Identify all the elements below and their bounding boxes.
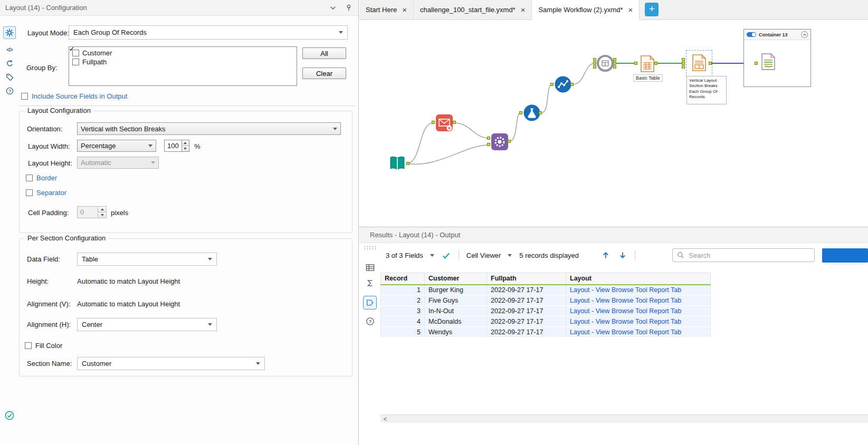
close-tab-icon[interactable]: × — [402, 6, 407, 14]
connection-anchor[interactable] — [682, 58, 685, 61]
connection-wire[interactable] — [407, 145, 489, 164]
tag-icon[interactable] — [3, 71, 16, 83]
drag-handle[interactable] — [364, 246, 376, 249]
refresh-icon[interactable] — [3, 57, 16, 70]
layout-width-spinner[interactable]: 100 — [164, 140, 189, 152]
horizontal-scrollbar[interactable]: < — [380, 414, 868, 423]
table-row[interactable]: 4 McDonalds 2022-09-27 17-17 Layout - Vi… — [381, 316, 711, 327]
new-tab-button[interactable]: + — [645, 3, 659, 16]
group-by-item[interactable]: Fullpath — [72, 57, 293, 66]
connection-anchor[interactable] — [654, 62, 657, 65]
connection-anchor[interactable] — [593, 62, 596, 65]
annotation-code-icon[interactable]: </> — [3, 43, 16, 56]
connection-anchor[interactable] — [487, 143, 490, 146]
column-header[interactable]: Record — [381, 273, 425, 285]
tool-container[interactable]: Container 13 — [743, 29, 811, 87]
fill-color-checkbox[interactable] — [25, 342, 32, 349]
connection-anchor[interactable] — [406, 162, 409, 165]
connection-anchor[interactable] — [613, 58, 616, 61]
pin-icon[interactable] — [345, 4, 353, 12]
layout-report-link[interactable]: Layout - View Browse Tool Report Tab — [566, 306, 711, 316]
connection-wire[interactable] — [407, 123, 433, 163]
connection-anchor[interactable] — [593, 65, 596, 69]
search-box[interactable] — [672, 248, 815, 262]
layout-width-select[interactable]: Percentage — [77, 140, 156, 152]
layout-report-link[interactable]: Layout - View Browse Tool Report Tab — [566, 316, 711, 327]
connection-anchor[interactable] — [593, 58, 596, 61]
connection-anchor[interactable] — [539, 111, 542, 114]
connection-anchor[interactable] — [519, 111, 522, 114]
workflow-canvas[interactable]: Basic Table Vertical Layout Section Brea… — [359, 20, 868, 227]
layout-tool[interactable] — [690, 54, 708, 72]
connection-anchor[interactable] — [613, 62, 616, 65]
column-header[interactable]: Fullpath — [487, 273, 566, 285]
search-input[interactable] — [688, 251, 810, 260]
basic-table-tool[interactable] — [638, 55, 656, 73]
connection-anchor[interactable] — [709, 62, 712, 65]
connection-wire[interactable] — [509, 113, 521, 141]
close-tab-icon[interactable]: × — [521, 6, 526, 14]
connection-anchor[interactable] — [550, 83, 554, 86]
connection-wire[interactable] — [541, 84, 552, 113]
spin-up-button[interactable] — [182, 140, 189, 146]
group-by-listbox[interactable]: Customer Fullpath — [69, 46, 297, 86]
chart-tool[interactable] — [554, 75, 572, 93]
apply-check-icon[interactable] — [442, 250, 451, 260]
connection-anchor[interactable] — [613, 65, 616, 69]
results-help-icon[interactable]: ? — [364, 315, 376, 327]
alignment-h-select[interactable]: Center — [77, 318, 217, 331]
data-field-select[interactable]: Table — [77, 253, 217, 266]
layout-report-link[interactable]: Layout - View Browse Tool Report Tab — [566, 295, 711, 306]
report-view-icon[interactable] — [363, 296, 377, 309]
up-arrow-icon[interactable] — [601, 250, 611, 260]
connection-wire[interactable] — [454, 123, 489, 138]
connection-anchor[interactable] — [634, 62, 637, 65]
fullpath-checkbox[interactable] — [72, 59, 79, 65]
connection-anchor[interactable] — [682, 65, 685, 69]
configuration-tab-icon[interactable] — [3, 26, 16, 39]
macro-ring-tool[interactable] — [596, 54, 614, 72]
orientation-select[interactable]: Vertical with Section Breaks — [77, 122, 341, 135]
toolbar-right-button[interactable] — [822, 248, 868, 263]
table-row[interactable]: 2 Five Guys 2022-09-27 17-17 Layout - Vi… — [381, 295, 711, 306]
table-row[interactable]: 5 Wendys 2022-09-27 17-17 Layout - View … — [381, 327, 711, 337]
metadata-sigma-icon[interactable] — [364, 277, 376, 289]
include-source-fields-checkbox[interactable] — [21, 93, 28, 100]
layout-report-link[interactable]: Layout - View Browse Tool Report Tab — [566, 327, 711, 337]
collapse-container-icon[interactable] — [801, 31, 808, 38]
table-row[interactable]: 1 Burger King 2022-09-27 17-17 Layout - … — [381, 285, 711, 295]
connection-anchor[interactable] — [755, 62, 758, 65]
down-arrow-icon[interactable] — [618, 250, 627, 260]
spin-down-button[interactable] — [182, 146, 189, 151]
browse-tool[interactable] — [759, 53, 777, 71]
input-data-tool[interactable] — [388, 154, 406, 172]
close-tab-icon[interactable]: × — [628, 6, 633, 14]
fields-dropdown[interactable]: 3 of 3 Fields — [386, 251, 434, 259]
connection-anchor[interactable] — [453, 121, 456, 124]
connection-anchor[interactable] — [508, 140, 511, 143]
tab-challenge-100-start-file[interactable]: challenge_100_start_file.yxmd* × — [414, 0, 532, 20]
column-header[interactable]: Layout — [566, 273, 711, 285]
section-name-select[interactable]: Customer — [77, 357, 265, 370]
separator-checkbox[interactable] — [26, 189, 33, 196]
column-header[interactable]: Customer — [425, 273, 487, 285]
container-toggle[interactable] — [747, 32, 756, 37]
email-macro-tool[interactable] — [435, 114, 453, 132]
help-icon[interactable]: ? — [3, 84, 16, 97]
data-grid-icon[interactable] — [364, 261, 376, 274]
layout-tool-annotation[interactable]: Vertical Layout Section Breaks Each Grou… — [686, 76, 727, 104]
formula-tool[interactable] — [523, 104, 541, 122]
tab-sample-workflow[interactable]: Sample Workflow (2).yxmd* × — [532, 0, 640, 20]
connection-anchor[interactable] — [432, 121, 435, 124]
scroll-left-icon[interactable]: < — [380, 415, 390, 423]
cell-viewer-dropdown[interactable]: Cell Viewer — [466, 251, 512, 259]
layout-mode-select[interactable]: Each Group Of Records — [69, 25, 348, 40]
gear-macro-tool[interactable] — [491, 133, 509, 151]
tab-start-here[interactable]: Start Here × — [359, 0, 414, 20]
connection-anchor[interactable] — [570, 83, 574, 86]
connection-anchor[interactable] — [682, 62, 685, 65]
border-checkbox[interactable] — [26, 175, 33, 181]
clear-button[interactable]: Clear — [302, 67, 346, 79]
all-button[interactable]: All — [302, 47, 346, 59]
collapse-chevron-icon[interactable] — [329, 4, 337, 12]
